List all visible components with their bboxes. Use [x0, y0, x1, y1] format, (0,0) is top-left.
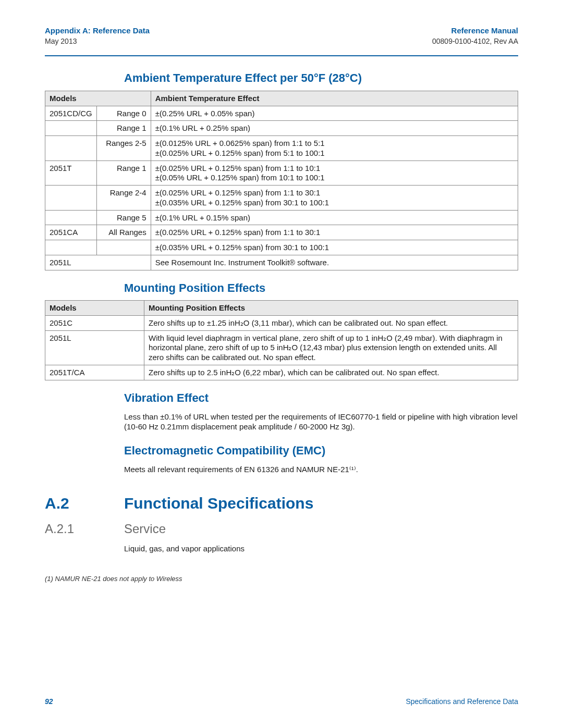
- footer-section-title: Specifications and Reference Data: [406, 697, 518, 707]
- table-row: 2051T Range 1 ±(0.025% URL + 0.125% span…: [45, 161, 518, 186]
- heading-a21-title: Service: [124, 521, 166, 537]
- cell-model: [45, 121, 97, 136]
- cell-effect: ±(0.25% URL + 0.05% span): [151, 106, 518, 121]
- cell-model: [45, 240, 97, 255]
- th-models: Models: [45, 301, 144, 316]
- cell-effect: ±(0.025% URL + 0.125% span) from 1:1 to …: [151, 225, 518, 240]
- header-right: Reference Manual 00809-0100-4102, Rev AA: [432, 26, 518, 46]
- cell-range: All Ranges: [96, 225, 151, 240]
- header-date: May 2013: [45, 37, 150, 46]
- th-effect: Mounting Position Effects: [144, 301, 518, 316]
- footnote: (1) NAMUR NE-21 does not apply to Wirele…: [45, 575, 518, 583]
- cell-effect: With liquid level diaphragm in vertical …: [144, 330, 518, 365]
- table-row: Range 2-4 ±(0.025% URL + 0.125% span) fr…: [45, 186, 518, 211]
- body-vibration: Less than ±0.1% of URL when tested per t…: [124, 412, 518, 432]
- cell-effect: ±(0.1% URL + 0.25% span): [151, 121, 518, 136]
- table-row: 2051L See Rosemount Inc. Instrument Tool…: [45, 255, 518, 270]
- cell-effect: See Rosemount Inc. Instrument Toolkit® s…: [151, 255, 518, 270]
- heading-a2-title: Functional Specifications: [124, 493, 313, 513]
- cell-model: 2051CD/CG: [45, 106, 97, 121]
- cell-model: [45, 210, 97, 225]
- header-docnum: 00809-0100-4102, Rev AA: [432, 37, 518, 46]
- header-left: Appendix A: Reference Data May 2013: [45, 26, 150, 46]
- heading-ambient-temp: Ambient Temperature Effect per 50°F (28°…: [124, 71, 518, 85]
- cell-model: 2051T: [45, 161, 97, 186]
- cell-range: Ranges 2-5: [96, 136, 151, 161]
- cell-effect: ±(0.0125% URL + 0.0625% span) from 1:1 t…: [151, 136, 518, 161]
- table-row: ±(0.035% URL + 0.125% span) from 30:1 to…: [45, 240, 518, 255]
- cell-effect: Zero shifts up to ±1.25 inH₂O (3,11 mbar…: [144, 315, 518, 330]
- cell-effect: ±(0.025% URL + 0.125% span) from 1:1 to …: [151, 186, 518, 211]
- page-footer: 92 Specifications and Reference Data: [45, 697, 518, 707]
- cell-range: Range 0: [96, 106, 151, 121]
- cell-effect: ±(0.025% URL + 0.125% span) from 1:1 to …: [151, 161, 518, 186]
- table-row: Range 1 ±(0.1% URL + 0.25% span): [45, 121, 518, 136]
- page: Appendix A: Reference Data May 2013 Refe…: [0, 0, 563, 728]
- cell-model: [45, 136, 97, 161]
- table-row: 2051CD/CG Range 0 ±(0.25% URL + 0.05% sp…: [45, 106, 518, 121]
- header-manual-title: Reference Manual: [432, 26, 518, 36]
- cell-effect: ±(0.035% URL + 0.125% span) from 30:1 to…: [151, 240, 518, 255]
- page-number: 92: [45, 697, 53, 707]
- table-row: 2051T/CA Zero shifts up to 2.5 inH₂O (6,…: [45, 365, 518, 380]
- cell-range: Range 2-4: [96, 186, 151, 211]
- table-row: 2051CA All Ranges ±(0.025% URL + 0.125% …: [45, 225, 518, 240]
- cell-range: Range 5: [96, 210, 151, 225]
- header-appendix-title: Appendix A: Reference Data: [45, 26, 150, 36]
- heading-a2: A.2 Functional Specifications: [45, 493, 518, 513]
- cell-model: 2051L: [45, 255, 151, 270]
- th-models: Models: [45, 91, 151, 106]
- th-effect: Ambient Temperature Effect: [151, 91, 518, 106]
- cell-model: 2051L: [45, 330, 144, 365]
- table-row: Range 5 ±(0.1% URL + 0.15% span): [45, 210, 518, 225]
- body-a21: Liquid, gas, and vapor applications: [124, 544, 518, 554]
- body-emc: Meets all relevant requirements of EN 61…: [124, 465, 518, 475]
- table-row: Ranges 2-5 ±(0.0125% URL + 0.0625% span)…: [45, 136, 518, 161]
- cell-range: Range 1: [96, 121, 151, 136]
- heading-emc: Electromagnetic Compatibility (EMC): [124, 443, 518, 458]
- heading-a21-num: A.2.1: [45, 521, 124, 537]
- cell-model: 2051T/CA: [45, 365, 144, 380]
- table-row: 2051L With liquid level diaphragm in ver…: [45, 330, 518, 365]
- cell-model: 2051C: [45, 315, 144, 330]
- cell-range: [96, 240, 151, 255]
- table-mounting: Models Mounting Position Effects 2051C Z…: [45, 300, 518, 380]
- cell-effect: ±(0.1% URL + 0.15% span): [151, 210, 518, 225]
- cell-model: 2051CA: [45, 225, 97, 240]
- cell-range: Range 1: [96, 161, 151, 186]
- header-rule: [45, 55, 518, 56]
- table-row: 2051C Zero shifts up to ±1.25 inH₂O (3,1…: [45, 315, 518, 330]
- cell-model: [45, 186, 97, 211]
- heading-vibration: Vibration Effect: [124, 391, 518, 405]
- heading-a2-num: A.2: [45, 493, 124, 513]
- heading-a21: A.2.1 Service: [45, 521, 518, 537]
- cell-effect: Zero shifts up to 2.5 inH₂O (6,22 mbar),…: [144, 365, 518, 380]
- table-ambient-temp: Models Ambient Temperature Effect 2051CD…: [45, 91, 518, 270]
- page-header: Appendix A: Reference Data May 2013 Refe…: [45, 26, 518, 46]
- heading-mounting: Mounting Position Effects: [124, 281, 518, 295]
